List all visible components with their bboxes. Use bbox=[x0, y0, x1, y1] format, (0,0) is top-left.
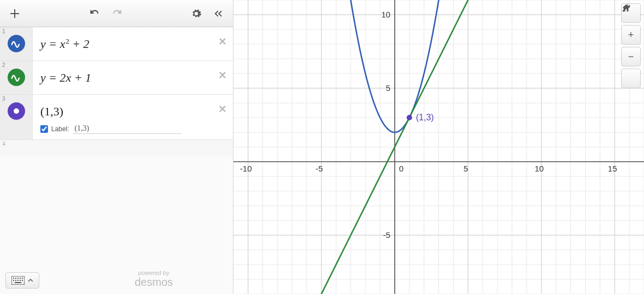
wave-icon bbox=[8, 69, 25, 86]
svg-text:10: 10 bbox=[534, 164, 544, 173]
expression-index: 1 bbox=[2, 28, 5, 34]
expression-index: 2 bbox=[2, 62, 5, 68]
svg-text:5: 5 bbox=[464, 164, 468, 173]
svg-rect-3 bbox=[17, 278, 19, 279]
zoom-out-button[interactable]: − bbox=[621, 47, 641, 66]
graph-panel[interactable]: -10-5051015-5510(1,3) + − bbox=[233, 0, 644, 294]
plus-icon bbox=[9, 8, 20, 19]
expression-row[interactable]: 1 y = x2 + 2 × bbox=[0, 27, 233, 61]
settings-button[interactable] bbox=[187, 4, 206, 23]
svg-text:5: 5 bbox=[386, 83, 390, 93]
keyboard-icon bbox=[11, 276, 25, 285]
gear-icon bbox=[191, 8, 202, 19]
svg-text:10: 10 bbox=[381, 10, 390, 19]
svg-text:-10: -10 bbox=[240, 164, 252, 173]
expression-latex[interactable]: y = 2x + 1 bbox=[33, 61, 233, 94]
app-root: 1 y = x2 + 2 × 2 bbox=[0, 0, 644, 294]
svg-point-83 bbox=[407, 115, 412, 120]
svg-text:-5: -5 bbox=[316, 164, 323, 173]
wave-icon bbox=[8, 35, 25, 52]
label-text: Label: bbox=[51, 125, 69, 133]
svg-rect-10 bbox=[22, 280, 23, 281]
delete-expression-button[interactable]: × bbox=[219, 68, 226, 83]
brand-text: desmos bbox=[135, 276, 173, 289]
sidebar-footer: powered by desmos bbox=[5, 270, 227, 289]
home-icon bbox=[621, 3, 631, 13]
chevron-up-icon bbox=[28, 278, 33, 283]
expression-latex[interactable]: y = x2 + 2 bbox=[33, 27, 233, 60]
redo-button[interactable] bbox=[107, 4, 126, 23]
expression-row-empty[interactable]: 4 bbox=[0, 140, 233, 156]
keyboard-button[interactable] bbox=[5, 272, 39, 289]
svg-rect-9 bbox=[20, 280, 21, 281]
expression-row[interactable]: 3 (1,3) Label: (1,3) × bbox=[0, 95, 233, 140]
expression-index: 4 bbox=[2, 141, 5, 147]
collapse-button[interactable] bbox=[209, 4, 227, 23]
home-button[interactable] bbox=[621, 69, 641, 88]
point-icon bbox=[8, 102, 25, 120]
undo-icon bbox=[89, 8, 101, 20]
expression-row[interactable]: 2 y = 2x + 1 × bbox=[0, 61, 233, 95]
svg-text:15: 15 bbox=[608, 164, 617, 173]
undo-button[interactable] bbox=[86, 4, 104, 23]
svg-rect-8 bbox=[17, 280, 19, 281]
powered-by: powered by desmos bbox=[135, 270, 173, 289]
svg-rect-4 bbox=[20, 278, 21, 279]
redo-icon bbox=[111, 8, 123, 20]
add-button[interactable] bbox=[5, 4, 24, 23]
expression-latex[interactable]: (1,3) Label: (1,3) bbox=[33, 95, 233, 139]
delete-expression-button[interactable]: × bbox=[219, 34, 226, 49]
svg-rect-1 bbox=[13, 278, 14, 279]
zoom-in-button[interactable]: + bbox=[621, 25, 641, 45]
svg-rect-7 bbox=[15, 280, 16, 281]
svg-rect-6 bbox=[13, 280, 14, 281]
delete-expression-button[interactable]: × bbox=[219, 101, 226, 117]
expression-sidebar: 1 y = x2 + 2 × 2 bbox=[0, 0, 233, 294]
label-value-input[interactable]: (1,3) bbox=[73, 124, 182, 134]
expression-list: 1 y = x2 + 2 × 2 bbox=[0, 27, 233, 294]
graph-controls: + − bbox=[621, 3, 641, 88]
svg-rect-2 bbox=[15, 278, 16, 279]
sidebar-toolbar bbox=[0, 0, 233, 27]
svg-text:-5: -5 bbox=[383, 230, 390, 240]
powered-by-text: powered by bbox=[135, 270, 173, 276]
graph-svg: -10-5051015-5510(1,3) bbox=[233, 0, 644, 294]
chevron-double-left-icon bbox=[212, 8, 224, 20]
svg-text:0: 0 bbox=[399, 164, 404, 173]
label-checkbox[interactable] bbox=[40, 125, 48, 133]
svg-rect-11 bbox=[15, 282, 21, 283]
svg-rect-5 bbox=[22, 278, 23, 279]
expression-index: 3 bbox=[2, 96, 5, 102]
svg-text:(1,3): (1,3) bbox=[416, 113, 434, 122]
